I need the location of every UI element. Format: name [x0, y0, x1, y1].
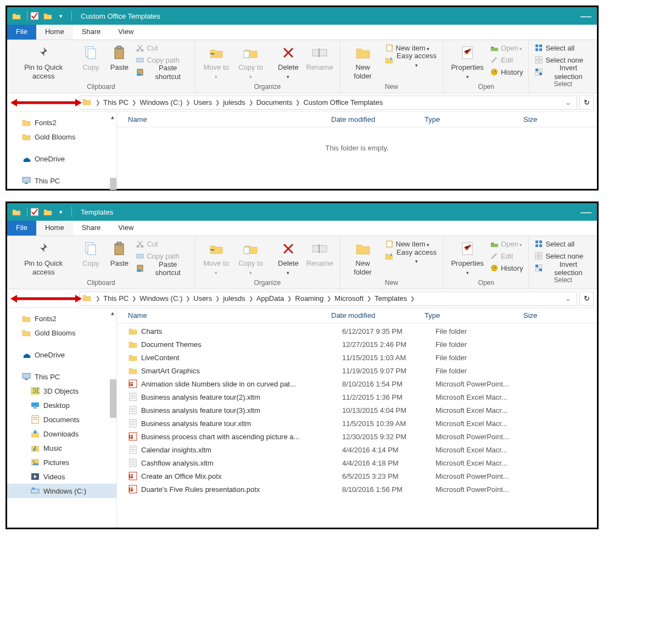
navigation-pane[interactable]: ▲ Fonts2Gold BloomsOneDriveThis PC	[7, 112, 117, 189]
refresh-button[interactable]: ↻	[579, 292, 594, 306]
nav-item[interactable]: Videos	[7, 469, 116, 484]
content-pane[interactable]: Name Date modified Type Size This folder…	[117, 112, 597, 189]
nav-item[interactable]: This PC	[7, 369, 116, 384]
chevron-down-icon[interactable]: ⌄	[562, 294, 574, 303]
column-type[interactable]: Type	[419, 115, 518, 124]
qat-dropdown-icon[interactable]: ▾	[56, 11, 66, 21]
breadcrumb-item[interactable]: julesds	[221, 98, 247, 107]
breadcrumb-separator-icon[interactable]: ❯	[131, 295, 137, 301]
copy-button[interactable]: Copy	[76, 42, 105, 73]
file-row[interactable]: SmartArt Graphics11/19/2015 9:07 PMFile …	[117, 364, 597, 377]
title-bar[interactable]: ▾ Templates —	[7, 203, 597, 221]
nav-item[interactable]: Fonts2	[7, 311, 116, 326]
nav-item[interactable]: This PC	[7, 173, 116, 188]
nav-item[interactable]: Desktop	[7, 398, 116, 412]
new-folder-button[interactable]: New folder	[343, 42, 383, 81]
breadcrumb-item[interactable]: This PC	[101, 98, 131, 107]
breadcrumb-item[interactable]: This PC	[101, 294, 131, 303]
breadcrumb-item[interactable]: Templates	[372, 294, 409, 303]
checkbox-icon[interactable]	[30, 207, 40, 217]
new-folder-button[interactable]: New folder	[343, 238, 383, 277]
rename-button[interactable]: Rename	[303, 42, 336, 73]
invert-selection-button[interactable]: Invert selection	[532, 66, 594, 79]
file-row[interactable]: PCreate an Office Mix.potx6/5/2015 3:23 …	[117, 469, 597, 483]
refresh-button[interactable]: ↻	[579, 96, 594, 110]
cut-button[interactable]: Cut	[133, 42, 191, 54]
breadcrumb-separator-icon[interactable]: ❯	[94, 295, 101, 301]
delete-button[interactable]: Delete	[273, 238, 303, 277]
breadcrumb-item[interactable]: Windows (C:)	[137, 294, 185, 303]
edit-button[interactable]: Edit	[488, 54, 525, 66]
paste-button[interactable]: Paste	[105, 238, 133, 269]
file-row[interactable]: Business analysis feature tour(3).xltm10…	[117, 404, 597, 417]
nav-item[interactable]: OneDrive	[7, 348, 116, 362]
file-row[interactable]: Document Themes12/27/2015 2:46 PMFile fo…	[117, 338, 597, 351]
breadcrumb-separator-icon[interactable]: ❯	[185, 295, 191, 301]
title-bar[interactable]: ▾ Custom Office Templates —	[7, 7, 597, 25]
move-to-button[interactable]: Move to	[199, 238, 234, 277]
file-row[interactable]: LiveContent11/15/2015 1:03 AMFile folder	[117, 351, 597, 364]
breadcrumb-item[interactable]: julesds	[221, 294, 247, 303]
checkbox-icon[interactable]	[30, 11, 40, 21]
tab-view[interactable]: View	[109, 221, 142, 236]
column-name[interactable]: Name	[117, 115, 326, 124]
history-button[interactable]: History	[488, 262, 525, 275]
tab-file[interactable]: File	[7, 221, 36, 236]
column-date[interactable]: Date modified	[326, 311, 419, 320]
delete-button[interactable]: Delete	[273, 42, 303, 81]
breadcrumb-bar[interactable]: ❯This PC❯Windows (C:)❯Users❯julesds❯Docu…	[80, 96, 577, 110]
column-size[interactable]: Size	[518, 115, 597, 124]
cut-button[interactable]: Cut	[133, 238, 191, 250]
breadcrumb-item[interactable]: Microsoft	[332, 294, 366, 303]
breadcrumb-separator-icon[interactable]: ❯	[248, 99, 254, 105]
breadcrumb-item[interactable]: Users	[191, 294, 214, 303]
rename-button[interactable]: Rename	[303, 238, 336, 269]
content-pane[interactable]: Name Date modified Type Size Charts6/12/…	[117, 308, 597, 528]
file-row[interactable]: PDuarte's Five Rules presentation.potx8/…	[117, 483, 597, 496]
copy-to-button[interactable]: Copy to	[233, 238, 267, 277]
file-row[interactable]: PBusiness process chart with ascending p…	[117, 430, 597, 443]
breadcrumb-separator-icon[interactable]: ❯	[214, 99, 221, 105]
qat-dropdown-icon[interactable]: ▾	[56, 207, 66, 217]
edit-button[interactable]: Edit	[488, 250, 525, 262]
breadcrumb-item[interactable]: Documents	[254, 98, 295, 107]
minimize-button[interactable]: —	[580, 13, 591, 19]
breadcrumb-separator-icon[interactable]: ❯	[326, 295, 332, 301]
pin-to-quick-access-button[interactable]: Pin to Quick access	[10, 42, 76, 81]
column-date[interactable]: Date modified	[326, 115, 419, 124]
file-row[interactable]: PAnimation slide Numbers slide in on cur…	[117, 377, 597, 390]
scrollbar-thumb[interactable]	[110, 178, 116, 190]
breadcrumb-separator-icon[interactable]: ❯	[94, 99, 101, 105]
breadcrumb-separator-icon[interactable]: ❯	[409, 295, 416, 301]
nav-item[interactable]: Downloads	[7, 427, 116, 441]
tab-share[interactable]: Share	[73, 221, 110, 236]
properties-button[interactable]: Properties	[447, 238, 488, 277]
nav-item[interactable]: 3D3D Objects	[7, 384, 116, 398]
file-row[interactable]: Charts6/12/2017 9:35 PMFile folder	[117, 324, 597, 338]
file-row[interactable]: Business analysis feature tour(2).xltm11…	[117, 390, 597, 404]
nav-item[interactable]: Gold Blooms	[7, 130, 116, 144]
scrollbar-thumb[interactable]	[110, 379, 116, 418]
open-button[interactable]: Open	[488, 238, 525, 250]
paste-shortcut-button[interactable]: Paste shortcut	[133, 66, 191, 79]
history-button[interactable]: History	[488, 66, 525, 79]
tab-home[interactable]: Home	[36, 221, 73, 236]
breadcrumb-bar[interactable]: ❯This PC❯Windows (C:)❯Users❯julesds❯AppD…	[80, 292, 577, 306]
nav-item[interactable]: Music	[7, 441, 116, 455]
chevron-down-icon[interactable]: ⌄	[562, 98, 574, 107]
copy-button[interactable]: Copy	[76, 238, 105, 269]
nav-item[interactable]: Gold Blooms	[7, 326, 116, 340]
tab-view[interactable]: View	[109, 25, 142, 40]
select-all-button[interactable]: Select all	[532, 238, 594, 250]
breadcrumb-separator-icon[interactable]: ❯	[366, 295, 372, 301]
file-row[interactable]: Business analysis feature tour.xltm11/5/…	[117, 417, 597, 430]
paste-shortcut-button[interactable]: Paste shortcut	[133, 262, 191, 275]
nav-item[interactable]: Windows (C:)	[7, 484, 116, 498]
properties-button[interactable]: Properties	[447, 42, 488, 81]
file-row[interactable]: Cashflow analysis.xltm4/4/2016 4:18 PMMi…	[117, 456, 597, 469]
column-type[interactable]: Type	[419, 311, 518, 320]
nav-item[interactable]: Pictures	[7, 455, 116, 469]
pin-to-quick-access-button[interactable]: Pin to Quick access	[10, 238, 76, 277]
nav-item[interactable]: OneDrive	[7, 152, 116, 166]
easy-access-button[interactable]: Easy access	[383, 54, 440, 66]
